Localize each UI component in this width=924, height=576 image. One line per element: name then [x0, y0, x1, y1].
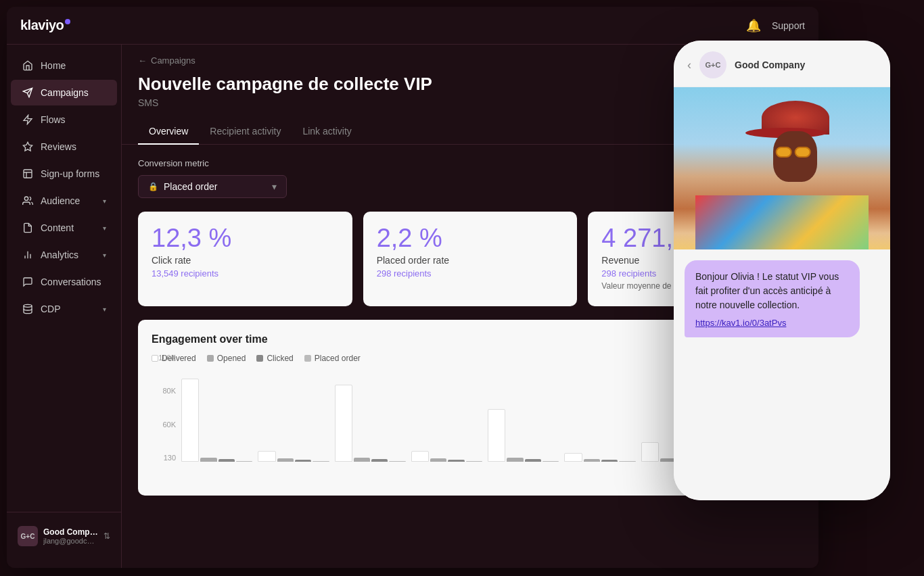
support-link[interactable]: Support: [772, 20, 805, 31]
chart-bar: [389, 461, 405, 462]
stat-value-click-rate: 12,3 %: [152, 225, 339, 251]
chart-bar: [411, 451, 429, 462]
lock-icon: 🔒: [148, 182, 158, 191]
sidebar-nav: Home Campaigns Flows: [7, 53, 121, 322]
conversion-metric-dropdown[interactable]: 🔒 Placed order ▾: [138, 175, 287, 198]
bar-group: [335, 374, 406, 462]
message-bubble: Bonjour Olivia ! Le statut VIP vous fait…: [685, 260, 860, 337]
chart-bar: [466, 461, 482, 462]
sidebar-item-flows[interactable]: Flows: [11, 107, 117, 133]
sidebar-item-home-label: Home: [41, 60, 66, 71]
phone-contact-avatar: G+C: [699, 51, 726, 78]
chevron-down-icon: ▾: [103, 197, 106, 205]
sidebar-item-campaigns[interactable]: Campaigns: [11, 80, 117, 105]
svg-point-11: [24, 304, 32, 307]
send-icon: [22, 87, 34, 99]
user-name: Good Company: [43, 527, 98, 537]
phone-inner: ‹ G+C Good Company B: [674, 41, 890, 500]
sidebar-item-home[interactable]: Home: [11, 53, 117, 78]
chevron-down-icon: ▾: [103, 251, 106, 259]
chart-bar: [641, 442, 659, 462]
chart-bar: [354, 458, 370, 462]
logo-text: klaviyo: [20, 18, 70, 33]
legend-opened: Opened: [207, 354, 246, 363]
message-link[interactable]: https://kav1.io/0/3atPvs: [695, 318, 849, 328]
bell-icon[interactable]: 🔔: [746, 18, 761, 33]
chart-bar: [430, 458, 446, 462]
sidebar-item-analytics-label: Analytics: [41, 249, 78, 260]
y-label-80k: 80K: [152, 387, 176, 395]
topbar: klaviyo 🔔 Support: [7, 7, 818, 45]
legend-clicked: Clicked: [256, 354, 293, 363]
chart-bar: [584, 459, 600, 462]
chart-bar: [313, 461, 329, 462]
sidebar-item-content[interactable]: Content ▾: [11, 215, 117, 241]
chart-bar: [181, 379, 199, 462]
tab-overview[interactable]: Overview: [138, 119, 199, 145]
sidebar-item-signup-forms[interactable]: Sign-up forms: [11, 161, 117, 187]
chart-bar: [448, 460, 464, 462]
sidebar-item-campaigns-label: Campaigns: [41, 87, 89, 98]
legend-label-clicked: Clicked: [267, 354, 293, 363]
breadcrumb-link[interactable]: Campaigns: [151, 55, 195, 66]
phone-contact-name: Good Company: [735, 59, 805, 70]
chart-bar: [200, 458, 216, 462]
legend-dot-opened: [207, 355, 214, 362]
svg-marker-2: [24, 115, 32, 124]
breadcrumb-arrow: ←: [138, 55, 147, 66]
chart-bar: [564, 453, 582, 462]
chart-bar: [295, 460, 311, 462]
sidebar-item-content-label: Content: [41, 222, 74, 233]
sidebar-item-conversations[interactable]: Conversations: [11, 269, 117, 295]
sidebar-item-reviews[interactable]: Reviews: [11, 134, 117, 160]
avatar: G+C: [18, 526, 38, 546]
sidebar-item-audience-label: Audience: [41, 195, 80, 206]
sidebar-item-reviews-label: Reviews: [41, 141, 76, 152]
bar-group: [181, 374, 252, 462]
star-icon: [22, 141, 34, 153]
chart-bar: [258, 451, 275, 462]
legend-dot-clicked: [256, 355, 263, 362]
chart-bar: [525, 459, 541, 462]
topbar-right: 🔔 Support: [746, 18, 805, 33]
bar-chart-icon: [22, 249, 34, 261]
bar-group: [488, 374, 559, 462]
user-card[interactable]: G+C Good Company jlang@goodcom... ⇅: [12, 521, 116, 552]
user-info: Good Company jlang@goodcom...: [43, 527, 98, 545]
dropdown-value: Placed order: [164, 181, 217, 192]
sidebar-item-analytics[interactable]: Analytics ▾: [11, 242, 117, 268]
tab-link-activity[interactable]: Link activity: [292, 119, 362, 145]
zap-icon: [22, 114, 34, 126]
sidebar-item-cdp[interactable]: CDP ▾: [11, 296, 117, 322]
phone-topbar: ‹ G+C Good Company: [674, 41, 890, 87]
legend-dot-placed-order: [304, 355, 311, 362]
bar-group: [564, 374, 635, 462]
chart-bar: [542, 461, 559, 462]
phone-mockup: ‹ G+C Good Company B: [674, 41, 890, 500]
home-icon: [22, 59, 34, 72]
users-icon: [22, 195, 34, 207]
user-email: jlang@goodcom...: [43, 537, 98, 545]
sidebar-item-signup-forms-label: Sign-up forms: [41, 168, 99, 179]
tab-recipient-activity[interactable]: Recipient activity: [199, 119, 292, 145]
sidebar-item-cdp-label: CDP: [41, 304, 61, 314]
sidebar-item-audience[interactable]: Audience ▾: [11, 188, 117, 214]
chart-bar: [236, 461, 252, 462]
stat-card-click-rate: 12,3 % Click rate 13,549 recipients: [138, 212, 352, 306]
sidebar-item-flows-label: Flows: [41, 114, 66, 125]
legend-label-opened: Opened: [217, 354, 246, 363]
phone-back-button[interactable]: ‹: [687, 58, 691, 72]
stat-sub-click-rate: 13,549 recipients: [152, 268, 339, 279]
bar-group: [411, 374, 482, 462]
chart-bar: [507, 458, 523, 462]
expand-icon: ⇅: [103, 531, 110, 541]
stat-sub-placed-order: 298 recipients: [377, 268, 564, 279]
chart-bar: [218, 459, 235, 462]
chart-bar: [371, 459, 388, 462]
file-icon: [22, 222, 34, 234]
stat-value-placed-order: 2,2 %: [377, 225, 564, 251]
sidebar-bottom: G+C Good Company jlang@goodcom... ⇅: [7, 512, 121, 560]
sidebar: Home Campaigns Flows: [7, 45, 122, 568]
stat-card-placed-order: 2,2 % Placed order rate 298 recipients: [363, 212, 578, 306]
chart-bar: [619, 461, 635, 462]
